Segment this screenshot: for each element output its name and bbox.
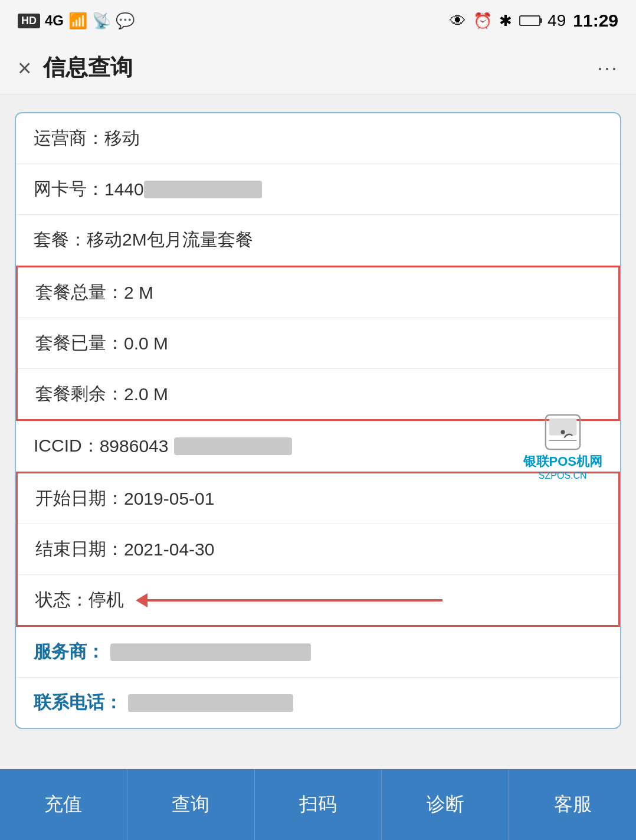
- arrow-head: [136, 593, 147, 607]
- plan-label: 套餐：: [34, 228, 87, 252]
- recharge-button[interactable]: 充值: [0, 769, 127, 840]
- data-usage-section: 套餐总量： 2 M 套餐已量： 0.0 M 套餐剩余： 2.0 M: [16, 266, 620, 421]
- provider-blurred: [110, 643, 311, 661]
- query-button[interactable]: 查询: [127, 769, 255, 840]
- hd-badge: HD: [18, 14, 40, 28]
- signal-bars-icon: 📶: [68, 12, 87, 30]
- svg-point-3: [560, 430, 565, 434]
- bluetooth-icon: ✱: [499, 12, 512, 30]
- watermark: 银联POS机网 SZPOS.CN: [523, 411, 602, 481]
- card-number-value: 1440: [104, 179, 144, 200]
- card-number-blurred: [144, 181, 262, 198]
- clock: 11:29: [573, 11, 618, 31]
- carrier-label: 运营商：: [34, 126, 104, 151]
- end-date-row: 结束日期： 2021-04-30: [18, 524, 618, 575]
- iccid-row: ICCID： 8986043 银联POS机网 SZPOS.CN: [16, 421, 620, 472]
- carrier-value: 移动: [104, 126, 140, 151]
- title-bar: × 信息查询 ···: [0, 41, 636, 94]
- date-status-section: 开始日期： 2019-05-01 结束日期： 2021-04-30 状态： 停机: [16, 472, 620, 627]
- watermark-sub-text: SZPOS.CN: [539, 470, 587, 481]
- start-date-row: 开始日期： 2019-05-01: [18, 473, 618, 524]
- total-data-row: 套餐总量： 2 M: [18, 267, 618, 318]
- iccid-value: 8986043: [100, 436, 169, 456]
- page-title: 信息查询: [43, 53, 133, 83]
- total-data-value: 2 M: [124, 283, 153, 303]
- status-row: 状态： 停机: [18, 575, 618, 625]
- end-date-label: 结束日期：: [35, 537, 124, 561]
- provider-label: 服务商：: [34, 640, 104, 664]
- wechat-icon: 💬: [116, 12, 135, 30]
- used-data-label: 套餐已量：: [35, 331, 124, 355]
- carrier-row: 运营商： 移动: [16, 113, 620, 164]
- status-left: HD 4G 📶 📡 💬: [18, 12, 135, 30]
- signal-4g: 4G: [45, 12, 64, 29]
- contact-blurred: [128, 694, 293, 712]
- status-value: 停机: [88, 588, 124, 612]
- service-button[interactable]: 客服: [509, 769, 636, 840]
- provider-row: 服务商：: [16, 627, 620, 678]
- wifi-icon: 📡: [92, 12, 111, 30]
- status-row-content: 状态： 停机: [35, 588, 601, 612]
- remaining-data-value: 2.0 M: [124, 384, 168, 404]
- card-number-row: 网卡号： 1440: [16, 164, 620, 215]
- bottom-toolbar: 充值 查询 扫码 诊断 客服: [0, 769, 636, 840]
- status-bar: HD 4G 📶 📡 💬 👁 ⏰ ✱ 49 11:29: [0, 0, 636, 41]
- battery-level: 49: [548, 11, 566, 30]
- main-content: 运营商： 移动 网卡号： 1440 套餐： 移动2M包月流量套餐 套餐总量： 2…: [0, 94, 636, 769]
- red-arrow-annotation: [136, 593, 601, 607]
- watermark-main-text: 银联POS机网: [523, 453, 602, 470]
- status-right: 👁 ⏰ ✱ 49 11:29: [450, 11, 618, 31]
- contact-label: 联系电话：: [34, 691, 122, 715]
- end-date-value: 2021-04-30: [124, 540, 214, 560]
- close-button[interactable]: ×: [18, 56, 31, 80]
- contact-row: 联系电话：: [16, 678, 620, 728]
- info-card: 运营商： 移动 网卡号： 1440 套餐： 移动2M包月流量套餐 套餐总量： 2…: [15, 112, 621, 729]
- arrow-line: [147, 599, 442, 602]
- iccid-label: ICCID：: [34, 434, 100, 458]
- plan-value: 移动2M包月流量套餐: [87, 228, 253, 252]
- eye-icon: 👁: [450, 11, 466, 31]
- plan-row: 套餐： 移动2M包月流量套餐: [16, 215, 620, 266]
- used-data-value: 0.0 M: [124, 334, 168, 354]
- battery-icon: [519, 15, 540, 26]
- scan-button[interactable]: 扫码: [255, 769, 382, 840]
- start-date-value: 2019-05-01: [124, 489, 214, 509]
- more-button[interactable]: ···: [597, 55, 618, 80]
- used-data-row: 套餐已量： 0.0 M: [18, 318, 618, 369]
- status-label: 状态：: [35, 588, 88, 612]
- iccid-blurred: [174, 437, 292, 455]
- remaining-data-label: 套餐剩余：: [35, 382, 124, 406]
- diagnose-button[interactable]: 诊断: [382, 769, 509, 840]
- card-number-label: 网卡号：: [34, 177, 104, 201]
- title-left: × 信息查询: [18, 53, 133, 83]
- start-date-label: 开始日期：: [35, 486, 124, 511]
- total-data-label: 套餐总量：: [35, 280, 124, 305]
- pos-icon: [542, 411, 583, 453]
- alarm-icon: ⏰: [473, 12, 492, 30]
